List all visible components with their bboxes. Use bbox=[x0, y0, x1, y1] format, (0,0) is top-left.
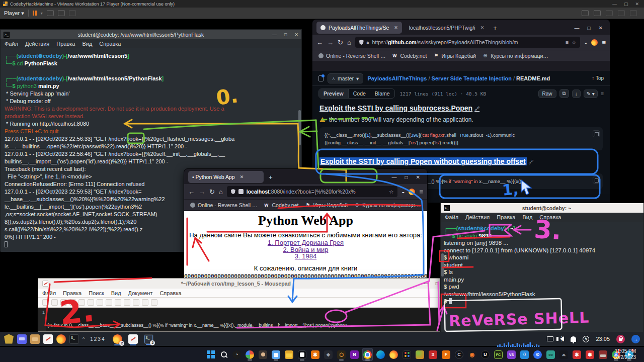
unity-icon[interactable] bbox=[69, 10, 76, 16]
anchor-link-icon[interactable]: 🔗︎ bbox=[474, 106, 479, 112]
anchor-link-icon[interactable]: 🔗︎ bbox=[529, 159, 534, 165]
close-button[interactable]: ✕ bbox=[599, 25, 603, 31]
firefox-account-icon[interactable] bbox=[409, 189, 415, 195]
menu-item-поиск[interactable]: Поиск bbox=[89, 290, 104, 296]
taskbar-icon-vmware[interactable]: ✱ bbox=[310, 348, 320, 361]
right-terminal-titlebar[interactable]: >_ student@codeby: ~ bbox=[441, 203, 643, 213]
mousepad-titlebar[interactable]: *~/Рабочий стол/tmp_lesson_5 - Mousepad … bbox=[38, 279, 442, 289]
menu-item-действия[interactable]: Действия bbox=[465, 214, 490, 220]
taskbar-icon-gauge[interactable]: ◔ bbox=[231, 348, 242, 361]
home-button[interactable]: ⌂ bbox=[347, 39, 351, 46]
taskbar-icon-duck[interactable]: oo bbox=[545, 348, 556, 361]
workspace-switcher[interactable]: 1234 bbox=[90, 336, 105, 342]
taskbar-icon-leaf[interactable] bbox=[415, 348, 425, 361]
taskbar-icon-firefox[interactable] bbox=[388, 348, 399, 361]
home-button[interactable]: ⌂ bbox=[219, 188, 223, 196]
vm-taskbar-folder-icon[interactable] bbox=[30, 334, 40, 344]
tab-close-icon[interactable]: ✕ bbox=[394, 25, 398, 30]
copy-code-icon[interactable] bbox=[593, 176, 600, 184]
show-desktop-icon[interactable] bbox=[547, 336, 553, 341]
vm-taskbar-firefox-icon[interactable]: 2 bbox=[113, 334, 122, 344]
taskbar-icon-person[interactable] bbox=[258, 348, 268, 361]
bookmark-w[interactable]: wCodeby.net bbox=[392, 53, 427, 59]
mousepad-toolbar-icon[interactable] bbox=[142, 299, 148, 306]
taskbar-icon-unreal[interactable]: U bbox=[480, 348, 491, 361]
shield-icon[interactable] bbox=[359, 40, 364, 45]
menu-item-документ[interactable]: Документ bbox=[128, 290, 153, 296]
bookmark-w[interactable]: wCodeby.net bbox=[264, 202, 298, 208]
taskbar-icon-esse[interactable]: S bbox=[428, 348, 438, 361]
taskbar-icon-explorer[interactable] bbox=[284, 348, 294, 361]
outline-icon[interactable]: ≡ bbox=[601, 90, 604, 97]
view-tab-blame[interactable]: Blame bbox=[370, 89, 394, 98]
fullscreen-icon[interactable] bbox=[58, 10, 65, 16]
suspend-vm-button[interactable] bbox=[33, 11, 37, 16]
shield-icon[interactable] bbox=[231, 189, 235, 194]
taskbar-icon-blender[interactable]: ◉ bbox=[467, 348, 477, 361]
back-button[interactable]: ← bbox=[316, 39, 323, 46]
updates-icon[interactable]: → bbox=[631, 335, 640, 343]
taskbar-icon-cam[interactable] bbox=[245, 348, 255, 361]
maximize-button[interactable]: □ bbox=[405, 174, 408, 180]
settings-icon[interactable] bbox=[618, 10, 625, 16]
screen-lock-icon[interactable] bbox=[616, 335, 625, 343]
maximize-button[interactable]: □ bbox=[284, 32, 287, 37]
close-button[interactable]: ✕ bbox=[416, 174, 420, 180]
mousepad-toolbar-icon[interactable] bbox=[115, 299, 121, 306]
tab-python-web-app[interactable]: • Python Web App✕ bbox=[188, 171, 264, 183]
player-menu-button[interactable]: Player ▾ bbox=[4, 10, 24, 17]
left-terminal-titlebar[interactable]: >_ student@codeby: /var/www/html/lesson5… bbox=[1, 30, 301, 39]
new-tab-button[interactable]: + bbox=[491, 24, 499, 32]
raw-button[interactable]: Raw bbox=[538, 89, 556, 98]
bookmark-skull[interactable]: Online - Reverse Shell … bbox=[190, 202, 257, 208]
minimize-button[interactable]: — bbox=[424, 281, 428, 286]
bookmark-globe[interactable]: ⊕Курсы по информаци… bbox=[483, 53, 548, 59]
mousepad-editor[interactable]: 1 {% for x in ().__class__.__base__.__su… bbox=[38, 308, 442, 331]
bookmark-flag[interactable]: ⚑Игры Кодебай bbox=[305, 202, 348, 208]
chevron-up-icon[interactable]: ^ bbox=[83, 336, 85, 341]
snapshot-icon[interactable] bbox=[594, 10, 601, 16]
vm-clock[interactable]: 23:05 bbox=[596, 336, 610, 342]
book-link[interactable]: 2. Война и мир bbox=[184, 246, 427, 253]
mousepad-toolbar-icon[interactable] bbox=[133, 299, 139, 306]
devices-icon[interactable] bbox=[582, 10, 589, 16]
mousepad-toolbar-icon[interactable] bbox=[106, 299, 112, 306]
scrollbar[interactable] bbox=[441, 253, 444, 277]
maximize-button[interactable]: ▢ bbox=[624, 2, 628, 7]
maximize-button[interactable]: □ bbox=[436, 281, 438, 286]
minimize-button[interactable]: — bbox=[392, 174, 397, 180]
url-bar[interactable]: 🔒︎ https://github.com/swisskyrepo/Payloa… bbox=[355, 37, 581, 48]
taskbar-icon-bat[interactable]: ⩕ bbox=[558, 348, 569, 361]
vm-taskbar-mousepad-icon[interactable] bbox=[43, 334, 53, 344]
taskbar-icon-calendar[interactable]: ▦ bbox=[271, 348, 281, 361]
taskbar-icon-edge[interactable] bbox=[375, 348, 386, 361]
copy-code-icon[interactable] bbox=[593, 130, 600, 137]
vm-taskbar-terminal-icon[interactable]: $_ bbox=[69, 334, 79, 344]
pocket-icon[interactable]: ◒ bbox=[401, 189, 405, 195]
mousepad-toolbar-icon[interactable] bbox=[60, 299, 67, 306]
taskbar-icon-chrome[interactable] bbox=[362, 348, 373, 361]
vm-taskbar-firefox-icon[interactable] bbox=[56, 334, 66, 344]
taskbar-icon-tools[interactable] bbox=[598, 348, 608, 361]
mousepad-toolbar-icon[interactable] bbox=[78, 299, 85, 306]
mousepad-toolbar-icon[interactable] bbox=[51, 299, 58, 306]
vm-taskbar-kali-icon[interactable] bbox=[4, 334, 14, 344]
view-tab-preview[interactable]: Preview bbox=[319, 89, 349, 98]
copy-raw-icon[interactable]: ⧉ bbox=[559, 89, 569, 98]
breadcrumb-folder-link[interactable]: Server Side Template Injection bbox=[432, 75, 512, 81]
maximize-button[interactable]: □ bbox=[588, 25, 591, 31]
close-button[interactable]: ✕ bbox=[294, 32, 298, 37]
taskbar-icon-vs[interactable]: VS bbox=[506, 348, 517, 361]
view-tab-code[interactable]: Code bbox=[349, 89, 370, 98]
minimize-button[interactable]: — bbox=[272, 32, 277, 37]
file-icon[interactable] bbox=[318, 75, 324, 81]
close-button[interactable]: ✕ bbox=[635, 2, 639, 7]
taskbar-icon-puzzle[interactable]: ⬡ bbox=[336, 348, 347, 361]
tab-close-icon[interactable]: ✕ bbox=[480, 25, 485, 30]
taskbar-icon-eff[interactable]: F bbox=[441, 348, 451, 361]
menu-item-файл[interactable]: Файл bbox=[5, 41, 18, 47]
bookmark-skull[interactable]: Online - Reverse Shell … bbox=[318, 53, 385, 59]
menu-item-вид[interactable]: Вид bbox=[82, 41, 92, 47]
breadcrumb-repo-link[interactable]: PayloadsAllTheThings bbox=[367, 75, 427, 81]
tab-close-icon[interactable]: ✕ bbox=[240, 174, 244, 179]
